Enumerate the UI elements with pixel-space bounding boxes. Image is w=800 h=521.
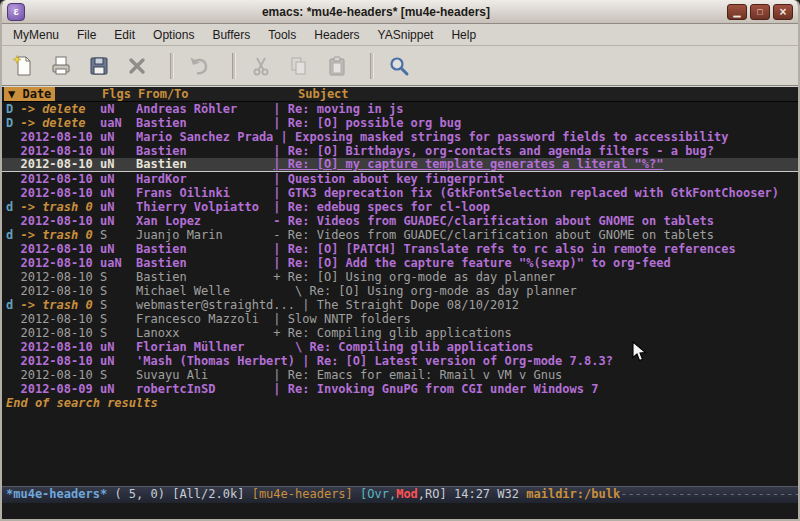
column-from-to[interactable]: From/To [138,87,189,101]
message-row[interactable]: 2012-08-10 uN Bastien | Re: [O] [PATCH] … [2,242,798,256]
mark-indicator [6,186,20,200]
message-from: Thierry Volpiatto [136,200,273,214]
window-title: emacs: *mu4e-headers* [mu4e-headers] [25,5,727,19]
minimize-button[interactable] [727,4,747,20]
message-date: 2012-08-10 [20,326,99,340]
message-flags: S [100,298,136,312]
message-subject: | Re: Invoking GnuPG from CGI under Wind… [273,382,798,396]
menu-item-mymenu[interactable]: MyMenu [4,25,68,45]
message-subject: | GTK3 deprecation fix (GtkFontSelection… [273,186,798,200]
search-icon[interactable] [384,51,414,81]
column-flgs[interactable]: Flgs [102,87,131,101]
message-row[interactable]: 2012-08-10 uN 'Mash (Thomas Herbert) | R… [2,354,798,368]
message-row[interactable]: d -> trash 0 uN Thierry Volpiatto | Re: … [2,200,798,214]
message-flags: uN [100,214,136,228]
message-row[interactable]: 2012-08-10 S Michael Welle \ Re: [O] Usi… [2,284,798,298]
message-row[interactable]: 2012-08-10 uN Florian Müllner \ Re: Comp… [2,340,798,354]
message-row[interactable]: d -> trash 0 S webmaster@straightd... | … [2,298,798,312]
message-subject: + Re: Compiling glib applications [273,326,798,340]
message-row[interactable]: 2012-08-10 S Francesco Mazzoli | Slow NN… [2,312,798,326]
title-bar[interactable]: emacs: *mu4e-headers* [mu4e-headers] [2,0,798,24]
mode-line-segment: 14:27 W32 [447,487,526,501]
maximize-button[interactable] [750,4,770,20]
message-row[interactable]: 2012-08-10 uN Mario Sanchez Prada | Expo… [2,130,798,144]
menu-item-file[interactable]: File [68,25,105,45]
column-subject[interactable]: Subject [298,87,349,101]
message-flags: S [100,228,136,242]
message-row[interactable]: 2012-08-09 uN robertcInSD | Re: Invoking… [2,382,798,396]
end-of-results: End of search results [2,396,798,410]
sort-column-date[interactable]: ▼ Date [4,87,55,101]
message-row[interactable]: 2012-08-10 uN Bastien | Re: [O] my captu… [2,158,798,172]
message-row[interactable]: 2012-08-10 uN HardKor | Question about k… [2,172,798,186]
message-date: 2012-08-10 [20,368,99,382]
emacs-window: emacs: *mu4e-headers* [mu4e-headers] MyM… [0,0,800,521]
mode-line-segment: *mu4e-headers* [6,487,114,501]
message-row[interactable]: 2012-08-10 uaN Bastien | Re: [O] Add the… [2,256,798,270]
message-row[interactable]: 2012-08-10 S Bastien + Re: [O] Using org… [2,270,798,284]
message-date: 2012-08-09 [20,382,99,396]
mark-indicator [6,312,20,326]
mode-line-segment: Mod [396,487,418,501]
menu-item-help[interactable]: Help [442,25,485,45]
message-row[interactable]: D -> delete uaN Bastien | Re: [O] possib… [2,116,798,130]
menu-item-buffers[interactable]: Buffers [203,25,259,45]
menu-item-headers[interactable]: Headers [305,25,368,45]
mark-action: -> trash 0 [20,228,99,242]
message-from: Francesco Mazzoli [136,312,273,326]
message-date: 2012-08-10 [20,242,99,256]
window-controls [727,4,793,20]
menu-item-yasnippet[interactable]: YASnippet [369,25,443,45]
message-row[interactable]: 2012-08-10 S Suvayu Ali | Re: Emacs for … [2,368,798,382]
message-flags: uN [100,242,136,256]
message-subject: | Re: Emacs for email: Rmail v VM v Gnus [273,368,798,382]
message-from: 'Mash (Thomas Herbert) [136,354,302,368]
toolbar-separator [370,53,374,79]
message-subject: + Re: [O] Using org-mode as day planner [273,270,798,284]
message-list: D -> delete uN Andreas Röhler | Re: movi… [2,102,798,396]
menu-item-options[interactable]: Options [144,25,203,45]
message-from: webmaster@straightd... [136,298,302,312]
message-flags: S [100,312,136,326]
message-flags: uN [100,340,136,354]
menu-item-tools[interactable]: Tools [259,25,305,45]
message-row[interactable]: 2012-08-10 uN Xan Lopez - Re: Videos fro… [2,214,798,228]
mark-indicator [6,256,20,270]
close-buffer-icon[interactable] [122,51,152,81]
message-subject: | Re: moving in js [273,102,798,116]
new-file-icon[interactable] [8,51,38,81]
mode-line[interactable]: *mu4e-headers* ( 5, 0) [All/2.0k] [mu4e-… [2,486,798,503]
open-file-icon[interactable] [46,51,76,81]
message-from: Lanoxx [136,326,273,340]
message-row[interactable]: D -> delete uN Andreas Röhler | Re: movi… [2,102,798,116]
menu-bar: MyMenuFileEditOptionsBuffersToolsHeaders… [2,24,798,46]
message-subject: | Question about key fingerprint [273,172,798,186]
mode-line-segment: ----------------------------------------… [620,487,798,501]
message-from: Juanjo Marin [136,228,273,242]
cut-icon [246,51,276,81]
message-flags: uN [100,158,136,171]
menu-item-edit[interactable]: Edit [105,25,144,45]
mode-line-segment: ,RO] [418,487,447,501]
message-row[interactable]: 2012-08-10 uN Bastien | Re: [O] Birthday… [2,144,798,158]
message-subject: \ Re: Compiling glib applications [273,340,798,354]
message-flags: uN [100,200,136,214]
message-flags: uN [100,186,136,200]
close-button[interactable] [773,4,793,20]
echo-area[interactable] [2,503,798,519]
message-row[interactable]: 2012-08-10 S Lanoxx + Re: Compiling glib… [2,326,798,340]
message-flags: uN [100,130,136,144]
message-row[interactable]: 2012-08-10 uN Frans Oilinki | GTK3 depre… [2,186,798,200]
message-from: Bastien [136,144,273,158]
mu4e-headers-buffer[interactable]: ▼ Date Flgs From/To Subject D -> delete … [2,86,798,486]
message-subject: \ Re: [O] Using org-mode as day planner [273,284,798,298]
message-row[interactable]: d -> trash 0 S Juanjo Marin - Re: Videos… [2,228,798,242]
save-file-icon[interactable] [84,51,114,81]
copy-icon [284,51,314,81]
message-subject: | Re: edebug specs for cl-loop [273,200,798,214]
message-subject: | Re: [O] my capture template generates … [273,158,798,171]
message-subject: | Exposing masked strings for password f… [281,130,798,144]
mode-line-segment: ( 5, 0) [All/2.0k] [114,487,251,501]
message-flags: uN [100,172,136,186]
buffer-empty-space [2,410,798,486]
